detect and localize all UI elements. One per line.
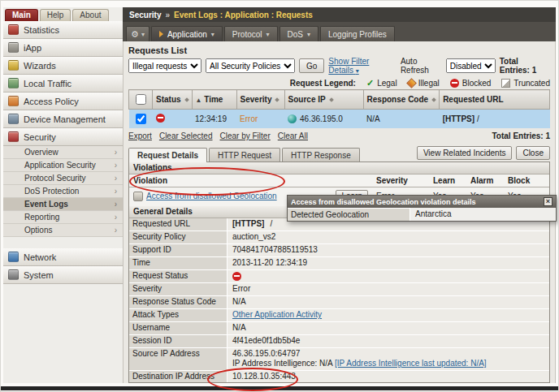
request-response-code: N/A xyxy=(363,110,440,129)
legend-label: Request Legend: xyxy=(290,79,356,88)
row-checkbox[interactable] xyxy=(136,114,146,124)
detail-value: auction_vs2 xyxy=(228,231,549,243)
auto-refresh-select[interactable]: Disabled xyxy=(446,58,496,73)
detail-label: Username xyxy=(129,322,228,334)
chevron-right-icon: › xyxy=(115,213,117,222)
sidebar-item-network[interactable]: Network xyxy=(3,248,123,266)
active-tab-marker-icon xyxy=(159,31,163,37)
detail-row-support-id: Support ID 7048417047885119513 xyxy=(129,244,549,257)
sidebar-item-event-logs[interactable]: Event Logs › xyxy=(3,198,123,211)
export-link[interactable]: Export xyxy=(128,131,152,140)
detail-label: Source IP Address xyxy=(129,348,228,370)
sidebar-item-label: Security xyxy=(24,132,56,142)
gear-icon: ⚙ xyxy=(131,29,139,40)
column-header-severity[interactable]: Severity xyxy=(236,90,284,110)
violation-name-link[interactable]: Access from disallowed Geolocation xyxy=(146,192,277,200)
violation-icon xyxy=(133,192,143,201)
chevron-down-icon: ▾ xyxy=(307,31,310,38)
device-management-icon xyxy=(8,114,19,124)
clear-by-filter-link[interactable]: Clear by Filter xyxy=(220,131,271,140)
show-filter-details-link[interactable]: Show Filter Details ▾ xyxy=(328,57,392,75)
column-header-time[interactable]: ▲ Time xyxy=(192,90,236,110)
request-url-path: / xyxy=(477,114,479,123)
wizards-icon xyxy=(8,60,19,71)
detail-row-security-policy: Security Policy auction_vs2 xyxy=(129,231,549,244)
url-scheme: [HTTPS] xyxy=(232,219,264,229)
network-icon xyxy=(8,252,19,262)
detail-value: 10.128.10.35:443 xyxy=(228,371,549,383)
submenu-label: Reporting xyxy=(24,213,59,222)
tab-dos[interactable]: DoS ▾ xyxy=(280,26,318,41)
illegal-icon xyxy=(406,78,417,88)
tab-http-response[interactable]: HTTP Response xyxy=(282,148,360,162)
filter-row: Illegal requests All Security Policies G… xyxy=(128,58,550,73)
sidebar-item-statistics[interactable]: Statistics xyxy=(3,21,123,39)
chevron-down-icon: ▾ xyxy=(141,31,145,38)
sidebar-item-local-traffic[interactable]: Local Traffic xyxy=(3,75,123,93)
sidebar-item-security[interactable]: Security xyxy=(3,128,123,146)
tab-help[interactable]: Help xyxy=(40,9,72,21)
tab-protocol[interactable]: Protocol ▾ xyxy=(224,26,278,41)
sidebar-item-label: Statistics xyxy=(24,25,59,35)
column-header-source-ip[interactable]: Source IP xyxy=(284,90,363,110)
detail-value: 2013-11-20 12:34:19 xyxy=(228,257,549,269)
submenu-label: Overview xyxy=(24,148,58,157)
chevron-down-icon: ▾ xyxy=(266,31,270,38)
column-header-violation-severity: Severity xyxy=(376,176,433,185)
sidebar-item-options[interactable]: Options › xyxy=(3,224,123,237)
security-icon xyxy=(8,131,19,142)
sidebar-item-system[interactable]: System xyxy=(3,266,123,284)
detail-row-destination-ip: Destination IP Address 10.128.10.35:443 xyxy=(129,371,549,383)
close-icon[interactable]: × xyxy=(544,197,552,206)
sidebar-item-reporting[interactable]: Reporting › xyxy=(3,211,123,224)
sidebar-item-application-security[interactable]: Application Security › xyxy=(3,159,123,172)
view-related-incidents-button[interactable]: View Related Incidents xyxy=(417,146,513,160)
request-legend: Request Legend: ✓ Legal Illegal Blocked … xyxy=(128,78,550,88)
sort-ascending-icon: ▲ xyxy=(196,97,202,104)
column-header-alarm: Alarm xyxy=(470,176,508,185)
sidebar-item-wizards[interactable]: Wizards xyxy=(3,57,123,75)
select-all-checkbox[interactable] xyxy=(136,94,146,105)
tab-request-details[interactable]: Request Details xyxy=(128,148,207,162)
sidebar-item-dos-protection[interactable]: DoS Protection › xyxy=(3,185,123,198)
blocked-status-icon xyxy=(156,114,165,123)
ip-intelligence-value: IP Address Intelligence: N/A xyxy=(232,359,332,368)
access-policy-icon xyxy=(8,96,19,106)
go-button[interactable]: Go xyxy=(299,58,324,73)
sidebar-item-protocol-security[interactable]: Protocol Security › xyxy=(3,172,123,185)
tab-http-request[interactable]: HTTP Request xyxy=(209,148,280,162)
detail-row-session-id: Session ID 4f41ede0f1db5b4e xyxy=(129,335,549,348)
close-button[interactable]: Close xyxy=(516,146,550,160)
attack-type-link[interactable]: Other Application Activity xyxy=(232,310,322,320)
detail-label: Time xyxy=(129,257,228,269)
legal-icon: ✓ xyxy=(366,79,374,88)
tab-main[interactable]: Main xyxy=(5,9,38,21)
ip-intelligence-link[interactable]: [IP Address Intelligence last updated: N… xyxy=(335,359,487,368)
column-header-status[interactable]: Status xyxy=(153,90,193,110)
tab-application[interactable]: Application ▾ xyxy=(151,26,223,41)
table-actions: Export Clear Selected Clear by Filter Cl… xyxy=(128,131,550,141)
total-entries-footer: Total Entries: 1 xyxy=(492,131,551,140)
request-row[interactable]: 12:34:19 Error 46.36.195.0 N/A [HTTPS] / xyxy=(129,110,550,129)
tab-about[interactable]: About xyxy=(72,9,108,21)
clear-all-link[interactable]: Clear All xyxy=(278,131,308,140)
detail-row-username: Username N/A xyxy=(129,322,549,335)
sidebar-item-iapp[interactable]: iApp xyxy=(3,39,123,57)
request-source-ip: 46.36.195.0 xyxy=(300,114,343,123)
column-header-requested-url[interactable]: Requested URL xyxy=(440,90,550,110)
tab-logging-profiles[interactable]: Logging Profiles xyxy=(320,26,395,41)
clear-selected-link[interactable]: Clear Selected xyxy=(159,131,213,140)
sort-icon xyxy=(184,98,189,103)
request-type-select[interactable]: Illegal requests xyxy=(128,58,202,73)
settings-menu-button[interactable]: ⚙ ▾ xyxy=(126,26,150,41)
column-header-response-code[interactable]: Response Code xyxy=(363,90,440,110)
detail-value: N/A xyxy=(228,296,549,308)
sidebar-item-device-management[interactable]: Device Management xyxy=(3,110,123,128)
chevron-right-icon: › xyxy=(115,149,117,157)
sidebar-item-access-policy[interactable]: Access Policy xyxy=(3,93,123,110)
tab-label: Logging Profiles xyxy=(328,30,387,39)
sidebar-item-label: Device Management xyxy=(24,114,106,124)
sidebar-item-overview[interactable]: Overview › xyxy=(3,146,123,159)
policy-select[interactable]: All Security Policies xyxy=(206,58,295,73)
local-traffic-icon xyxy=(8,78,19,88)
